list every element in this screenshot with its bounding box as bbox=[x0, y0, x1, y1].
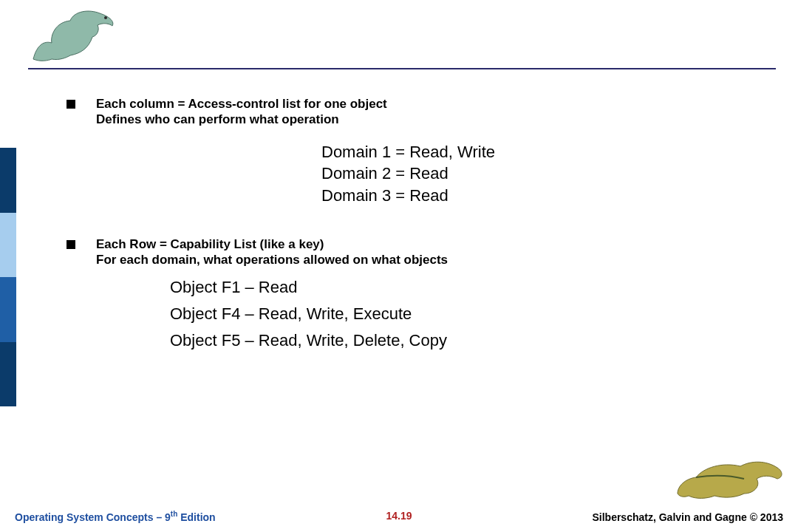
footer-left-sup: th bbox=[171, 510, 177, 518]
bottom-dinosaur-image bbox=[674, 453, 785, 501]
object-line: Object F5 – Read, Write, Delete, Copy bbox=[170, 331, 754, 350]
object-list: Object F1 – Read Object F4 – Read, Write… bbox=[170, 278, 754, 350]
strip-segment bbox=[0, 342, 16, 407]
bullet1-line2: Defines who can perform what operation bbox=[96, 112, 339, 126]
left-color-strip bbox=[0, 148, 16, 406]
bullet2-line1: Each Row = Capability List (like a key) bbox=[96, 237, 324, 251]
bullet-icon bbox=[66, 100, 75, 109]
header-divider bbox=[28, 68, 776, 69]
object-line: Object F4 – Read, Write, Execute bbox=[170, 304, 754, 324]
strip-segment bbox=[0, 148, 16, 213]
bullet-text: Each Row = Capability List (like a key) … bbox=[96, 236, 448, 268]
svg-point-0 bbox=[104, 16, 107, 19]
bullet1-line1: Each column = Access-control list for on… bbox=[96, 97, 387, 111]
top-dinosaur-image bbox=[30, 7, 118, 63]
domain-line: Domain 2 = Read bbox=[321, 163, 754, 185]
bullet-icon bbox=[66, 240, 75, 249]
bullet-item-acl: Each column = Access-control list for on… bbox=[66, 96, 754, 128]
domain-line: Domain 1 = Read, Write bbox=[321, 141, 754, 163]
footer-left-tail: Edition bbox=[177, 511, 215, 523]
strip-segment bbox=[0, 213, 16, 278]
footer-left-prefix: Operating System Concepts – 9 bbox=[15, 511, 171, 523]
object-line: Object F1 – Read bbox=[170, 278, 754, 297]
bullet-text: Each column = Access-control list for on… bbox=[96, 96, 387, 128]
dinosaur-svg-top bbox=[30, 7, 118, 63]
slide-footer: Operating System Concepts – 9th Edition … bbox=[15, 510, 783, 523]
footer-copyright: Silberschatz, Galvin and Gagne © 2013 bbox=[592, 511, 783, 523]
strip-segment bbox=[0, 277, 16, 342]
bullet-item-capability: Each Row = Capability List (like a key) … bbox=[66, 236, 754, 268]
domain-list: Domain 1 = Read, Write Domain 2 = Read D… bbox=[321, 141, 754, 207]
bullet2-line2: For each domain, what operations allowed… bbox=[96, 253, 448, 267]
footer-book-title: Operating System Concepts – 9th Edition bbox=[15, 510, 216, 523]
slide-content: Each column = Access-control list for on… bbox=[66, 96, 754, 358]
domain-line: Domain 3 = Read bbox=[321, 185, 754, 207]
footer-slide-number: 14.19 bbox=[386, 510, 412, 522]
dinosaur-svg-bottom bbox=[674, 453, 785, 501]
